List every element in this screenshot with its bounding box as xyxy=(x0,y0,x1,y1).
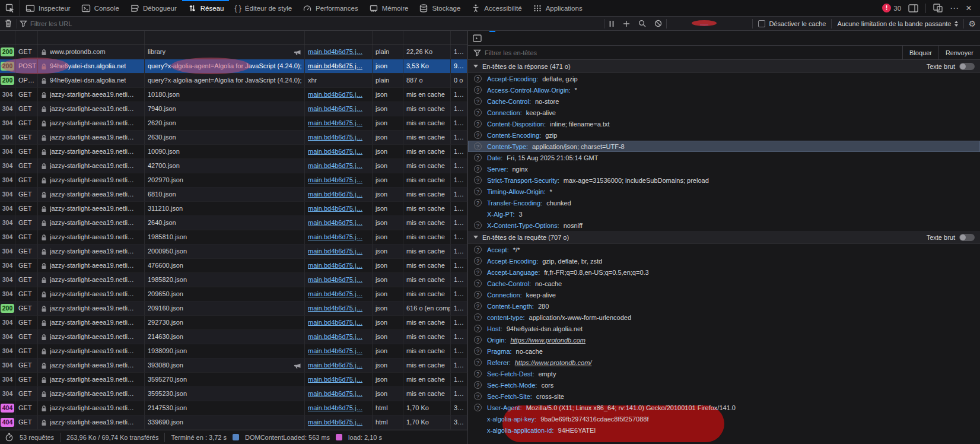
table-row[interactable]: 304 GET jazzy-starlight-aeea19.netli… 21… xyxy=(0,330,467,344)
help-icon[interactable]: ? xyxy=(474,131,482,139)
pause-recording-button[interactable] xyxy=(604,17,619,30)
tab-memoire[interactable]: Mémoire xyxy=(364,0,414,16)
help-icon[interactable]: ? xyxy=(474,142,482,150)
initiator-link[interactable]: main.bd4b6d75.j… xyxy=(308,116,362,130)
header-row[interactable]: ? Sec-Fetch-Site: cross-site xyxy=(468,391,980,402)
performance-analysis-icon[interactable] xyxy=(5,433,14,442)
table-row[interactable]: 404 GET jazzy-starlight-aeea19.netli… 33… xyxy=(0,416,467,430)
details-tab[interactable] xyxy=(564,31,577,45)
header-row[interactable]: ? Accept-Language: fr,fr-FR;q=0.8,en-US;… xyxy=(468,267,980,278)
type-filter-button[interactable] xyxy=(742,23,750,25)
header-row[interactable]: ? Accept-Encoding: gzip, deflate, br, zs… xyxy=(468,255,980,267)
block-button[interactable]: Bloquer xyxy=(902,46,938,59)
header-row[interactable]: ? Content-Disposition: inline; filename=… xyxy=(468,118,980,129)
table-row[interactable]: 304 GET jazzy-starlight-aeea19.netli… 20… xyxy=(0,173,467,188)
close-devtools-button[interactable]: × xyxy=(966,3,972,13)
table-row[interactable]: 304 GET jazzy-starlight-aeea19.netli… 10… xyxy=(0,88,467,102)
type-filter-button[interactable] xyxy=(733,23,742,25)
initiator-link[interactable]: main.bd4b6d75.j… xyxy=(308,287,362,301)
header-row[interactable]: ? x-algolia-application-id: 94HE6YATEI xyxy=(468,424,980,436)
help-icon[interactable]: ? xyxy=(474,154,482,161)
table-row[interactable]: 304 GET jazzy-starlight-aeea19.netli… 79… xyxy=(0,102,467,116)
initiator-link[interactable]: main.bd4b6d75.j… xyxy=(308,302,362,315)
type-filter-button[interactable] xyxy=(667,23,675,25)
url-filter-box[interactable] xyxy=(17,17,604,30)
header-row[interactable]: ? Accept: */* xyxy=(468,244,980,255)
help-icon[interactable]: ? xyxy=(474,336,482,344)
help-icon[interactable]: ? xyxy=(474,165,482,173)
url-filter-input[interactable] xyxy=(30,20,604,27)
help-icon[interactable]: ? xyxy=(474,280,482,287)
initiator-link[interactable]: main.bd4b6d75.j… xyxy=(308,59,362,73)
clear-requests-button[interactable] xyxy=(0,17,17,30)
resend-button[interactable]: Renvoyer xyxy=(938,46,980,59)
column-header[interactable] xyxy=(0,31,15,45)
header-row[interactable]: ? Content-Type: application/json; charse… xyxy=(468,141,980,152)
initiator-link[interactable]: main.bd4b6d75.j… xyxy=(308,259,362,272)
table-row[interactable]: 304 GET jazzy-starlight-aeea19.netli… 20… xyxy=(0,245,467,259)
table-row[interactable]: 200 POST 94he6yatei-dsn.algolia.net quer… xyxy=(0,59,467,74)
raw-toggle-switch-icon[interactable] xyxy=(959,234,975,241)
help-icon[interactable]: ? xyxy=(474,199,482,207)
initiator-link[interactable]: main.bd4b6d75.j… xyxy=(308,202,362,215)
headers-filter-input[interactable] xyxy=(485,49,902,56)
raw-toggle[interactable]: Texte brut xyxy=(927,234,975,241)
header-row[interactable]: ? Pragma: no-cache xyxy=(468,345,980,357)
initiator-link[interactable]: main.bd4b6d75.j… xyxy=(308,359,362,372)
header-row[interactable]: ? Sec-Fetch-Dest: empty xyxy=(468,368,980,379)
error-count-badge[interactable]: ! 30 xyxy=(882,4,901,12)
table-row[interactable]: 304 GET jazzy-starlight-aeea19.netli… 20… xyxy=(0,287,467,302)
type-filter-button[interactable] xyxy=(700,22,708,26)
disable-cache-checkbox[interactable]: Désactiver le cache xyxy=(753,20,831,27)
initiator-link[interactable]: main.bd4b6d75.j… xyxy=(308,131,362,144)
initiator-link[interactable]: main.bd4b6d75.j… xyxy=(308,387,362,401)
header-row[interactable]: ? Server: nginx xyxy=(468,163,980,175)
new-request-button[interactable] xyxy=(619,17,634,30)
tab-reseau[interactable]: Réseau xyxy=(182,0,230,16)
request-headers-section-header[interactable]: En-têtes de la requête (707 o) Texte bru… xyxy=(468,231,980,244)
header-row[interactable]: ? X-Alg-PT: 3 xyxy=(468,208,980,220)
help-icon[interactable]: ? xyxy=(474,97,482,105)
help-icon[interactable]: ? xyxy=(474,86,482,94)
meatball-menu-button[interactable]: ⋯ xyxy=(950,4,959,12)
header-row[interactable]: ? X-Content-Type-Options: nosniff xyxy=(468,220,980,231)
header-row[interactable]: ? Host: 94he6yatei-dsn.algolia.net xyxy=(468,323,980,334)
table-row[interactable]: 200 GET jazzy-starlight-aeea19.netli… 20… xyxy=(0,302,467,316)
table-row[interactable]: 304 GET jazzy-starlight-aeea19.netli… 19… xyxy=(0,230,467,245)
header-row[interactable]: ? Strict-Transport-Security: max-age=315… xyxy=(468,175,980,186)
column-header[interactable] xyxy=(305,31,373,45)
initiator-link[interactable]: main.bd4b6d75.j… xyxy=(308,173,362,187)
help-icon[interactable]: ? xyxy=(474,268,482,276)
table-row[interactable]: 304 GET jazzy-starlight-aeea19.netli… 35… xyxy=(0,373,467,387)
header-row[interactable]: ? Date: Fri, 15 Aug 2025 21:05:14 GMT xyxy=(468,152,980,163)
table-row[interactable]: 304 GET jazzy-starlight-aeea19.netli… 26… xyxy=(0,131,467,145)
initiator-link[interactable]: main.bd4b6d75.j… xyxy=(308,373,362,386)
help-icon[interactable]: ? xyxy=(474,392,482,400)
table-row[interactable]: 304 GET jazzy-starlight-aeea19.netli… 26… xyxy=(0,216,467,230)
initiator-link[interactable]: main.bd4b6d75.j… xyxy=(308,245,362,258)
header-row[interactable]: ? Content-Length: 280 xyxy=(468,300,980,312)
help-icon[interactable]: ? xyxy=(474,221,482,229)
initiator-link[interactable]: xhr xyxy=(308,74,317,87)
tab-applications[interactable]: Applications xyxy=(527,0,588,16)
response-headers-section-header[interactable]: En-têtes de la réponse (471 o) Texte bru… xyxy=(468,60,980,73)
header-row[interactable]: ? Connection: keep-alive xyxy=(468,107,980,118)
table-row[interactable]: 200 OP… 94he6yatei-dsn.algolia.net query… xyxy=(0,74,467,88)
header-row[interactable]: ? Accept-Encoding: deflate, gzip xyxy=(468,73,980,84)
table-row[interactable]: 304 GET jazzy-starlight-aeea19.netli… 35… xyxy=(0,387,467,401)
initiator-link[interactable]: main.bd4b6d75.j… xyxy=(308,416,362,429)
details-tab[interactable] xyxy=(525,31,538,45)
column-header[interactable] xyxy=(403,31,451,45)
column-header[interactable] xyxy=(38,31,145,45)
header-row[interactable]: ? Cache-Control: no-store xyxy=(468,96,980,107)
throttling-select[interactable]: Aucune limitation de la bande passante xyxy=(832,19,963,28)
type-filter-button[interactable] xyxy=(675,23,683,25)
initiator-link[interactable]: main.bd4b6d75.j… xyxy=(308,316,362,329)
table-row[interactable]: 304 GET jazzy-starlight-aeea19.netli… 19… xyxy=(0,273,467,287)
initiator-link[interactable]: main.bd4b6d75.j… xyxy=(308,230,362,244)
help-icon[interactable]: ? xyxy=(474,75,482,83)
initiator-link[interactable]: main.bd4b6d75.j… xyxy=(308,45,362,59)
initiator-link[interactable]: main.bd4b6d75.j… xyxy=(308,188,362,201)
type-filter-button[interactable] xyxy=(683,23,692,25)
help-icon[interactable]: ? xyxy=(474,188,482,195)
